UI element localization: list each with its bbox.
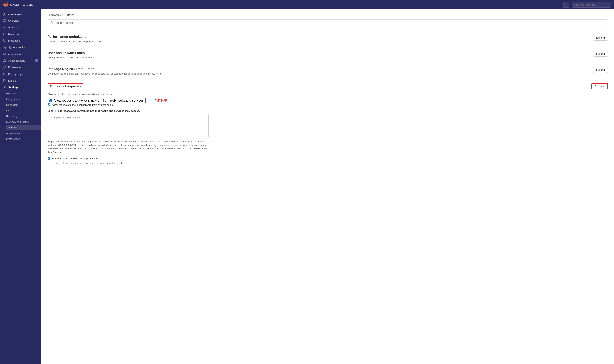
user-ip-rate-expand-btn[interactable]: Expand [593,51,608,57]
sidebar-item-messages[interactable]: Messages [0,37,41,44]
gitlab-logo-icon [3,2,9,7]
abuse-reports-icon [3,59,6,62]
analytics-label: Analytics [8,26,18,29]
sidebar-item-reporting[interactable]: Reporting [6,113,41,119]
breadcrumb-parent[interactable]: Admin Area [48,13,61,16]
sidebar-item-cicd[interactable]: CI/CD [6,108,41,113]
ip-textarea[interactable] [48,114,209,137]
checkbox1-row: Allow requests to the local network from… [48,98,608,103]
kubernetes-icon [3,66,6,69]
performance-desc: Various settings that affect GitLab perf… [48,40,101,43]
breadcrumb: Admin Area > Network [48,13,608,16]
sidebar-item-labels[interactable]: Labels [0,77,41,84]
svg-rect-1 [3,19,4,20]
sidebar-item-abuse-reports[interactable]: Abuse Reports 0 [0,57,41,64]
topnav-plus-btn[interactable]: + [563,2,569,8]
checkbox2-label: Allow requests to the local network from… [52,103,113,106]
dns-checkbox-input[interactable] [48,157,51,160]
performance-expand-btn[interactable]: Expand [593,35,608,41]
labels-label: Labels [8,79,16,82]
messages-icon [3,39,6,42]
svg-point-0 [4,13,5,14]
outbound-collapse-btn[interactable]: Collapse [591,83,608,89]
topnav-right: + [563,2,611,8]
abuse-reports-badge: 0 [35,59,38,62]
user-ip-rate-section: User and IP Rate Limits Configure limits… [48,47,608,63]
svg-rect-7 [4,52,6,53]
integrations-label: Integrations [6,98,20,101]
dns-checkbox-row: Enforce DNS rebinding attack protection [48,157,608,160]
checkbox1-input[interactable] [50,99,52,102]
svg-rect-5 [3,33,6,35]
sidebar-item-network[interactable]: Network [6,125,41,130]
sidebar-item-overview[interactable]: Overview [0,17,41,24]
package-registry-section: Package Registry Rate Limits Configure s… [48,63,608,79]
package-registry-desc: Configure specific limits for Packages A… [48,72,162,75]
sidebar-item-applications[interactable]: Applications [0,51,41,57]
main-content: Admin Area > Network 🔍 Performance optim… [41,9,614,364]
sidebar-item-kubernetes[interactable]: Kubernetes [0,64,41,71]
sidebar-item-system-hooks[interactable]: System Hooks [0,44,41,51]
arrow-icon: ← [149,98,153,103]
overview-label: Overview [8,19,19,22]
breadcrumb-current: Network [65,13,74,16]
annotation-text: 勾选这里 [154,99,167,103]
admin-area-icon [3,13,6,16]
sidebar-item-repository[interactable]: Repository [6,102,41,108]
monitoring-label: Monitoring [8,33,20,36]
sidebar: Admin Area Overview Analytics Monitoring… [0,9,41,364]
outbound-body: Allow requests to the local network from… [48,92,608,165]
search-icon: 🔍 [51,21,54,24]
checkbox2-input[interactable] [48,103,51,106]
sidebar-item-monitoring[interactable]: Monitoring [0,31,41,37]
sidebar-item-preferences[interactable]: Preferences [6,136,41,142]
arrow-annotation: ← 勾选这里 [149,98,167,103]
sidebar-item-analytics[interactable]: Analytics [0,24,41,31]
svg-point-11 [5,61,5,62]
admin-area-header: Admin Area [0,11,41,17]
settings-search-input[interactable] [56,21,605,24]
user-ip-rate-title: User and IP Rate Limits [48,51,95,55]
dns-help: Resolves IP addresses once and uses them… [52,162,608,165]
settings-search-bar: 🔍 [48,19,608,26]
package-registry-expand-btn[interactable]: Expand [593,67,608,73]
settings-label: Settings [8,86,18,89]
analytics-icon [3,26,6,29]
admin-area-label: Admin Area [8,13,22,16]
appearance-label: Appearance [6,132,20,135]
checkbox1-label: Allow requests to the local network from… [54,99,144,102]
performance-title: Performance optimization [48,35,101,39]
sidebar-item-metrics[interactable]: Metrics and profiling [6,119,41,125]
sidebar-item-appearance[interactable]: Appearance [6,130,41,136]
kubernetes-label: Kubernetes [8,66,21,69]
topnav-search-input[interactable] [572,2,611,8]
cicd-label: CI/CD [6,109,13,112]
applications-label: Applications [8,52,22,55]
abuse-reports-label: Abuse Reports [8,59,25,62]
svg-rect-8 [3,54,5,55]
messages-label: Messages [8,39,20,42]
deploy-keys-label: Deploy Keys [8,73,23,76]
svg-rect-6 [3,52,4,53]
breadcrumb-sep: > [62,13,63,16]
checkbox1-outlined-container: Allow requests to the local network from… [48,98,146,103]
settings-icon [3,86,6,89]
ip-field-label: Local IP addresses and domain names that… [48,109,608,112]
svg-point-15 [4,87,5,88]
labels-icon [3,79,6,82]
sidebar-item-deploy-keys[interactable]: Deploy Keys [0,71,41,77]
sidebar-item-general[interactable]: General [6,91,41,96]
sidebar-item-integrations[interactable]: Integrations [6,96,41,102]
svg-rect-3 [3,21,4,22]
ip-field-help: Requests to these domain(s)/address(es) … [48,140,209,154]
topnav: GitLab ☰ Menu + [0,0,614,9]
metrics-label: Metrics and profiling [6,120,29,123]
checkbox2-row: Allow requests to the local network from… [48,103,608,106]
topnav-logo[interactable]: GitLab [3,2,20,7]
overview-icon [3,19,6,22]
sidebar-item-settings[interactable]: Settings [0,84,41,91]
preferences-label: Preferences [6,137,20,140]
repository-label: Repository [6,103,18,106]
user-ip-rate-desc: Configure limits for web and API request… [48,56,95,59]
topnav-menu-btn[interactable]: ☰ Menu [23,3,33,6]
